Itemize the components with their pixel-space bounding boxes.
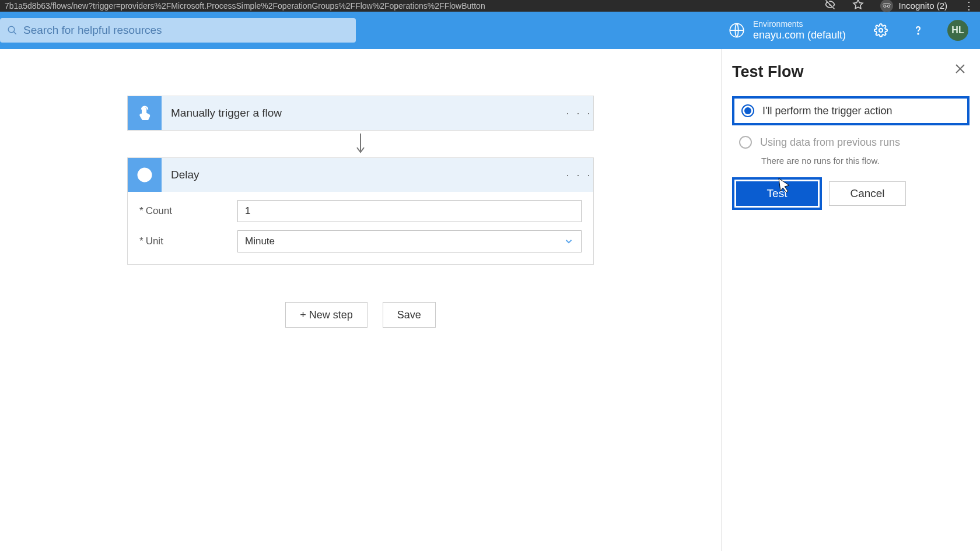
user-avatar[interactable]: HL bbox=[947, 20, 968, 41]
close-icon[interactable] bbox=[953, 62, 968, 77]
delay-card[interactable]: Delay · · · *Count *Unit Minute bbox=[127, 157, 594, 265]
touch-icon bbox=[128, 96, 162, 130]
search-icon bbox=[7, 25, 18, 36]
trigger-title: Manually trigger a flow bbox=[162, 107, 565, 120]
incognito-icon bbox=[880, 0, 893, 12]
delay-more-icon[interactable]: · · · bbox=[565, 169, 593, 181]
panel-title: Test Flow bbox=[732, 63, 970, 81]
save-button[interactable]: Save bbox=[383, 302, 436, 328]
flow-canvas: Manually trigger a flow · · · Delay · · … bbox=[0, 49, 721, 551]
browser-address-bar: 7b1a5d8b63/flows/new?trigger=providers%2… bbox=[0, 0, 980, 12]
unit-value: Minute bbox=[245, 236, 275, 247]
environment-picker[interactable]: Environments enayu.com (default) bbox=[729, 19, 846, 41]
delay-title: Delay bbox=[162, 169, 565, 181]
svg-point-3 bbox=[918, 33, 919, 34]
help-icon[interactable] bbox=[910, 22, 926, 38]
env-value: enayu.com (default) bbox=[753, 29, 846, 42]
radio-off-icon bbox=[739, 136, 752, 149]
unit-select[interactable]: Minute bbox=[237, 230, 582, 252]
new-step-button[interactable]: + New step bbox=[285, 302, 368, 328]
globe-icon bbox=[729, 22, 745, 38]
connector-arrow-icon bbox=[127, 131, 594, 157]
unit-label: *Unit bbox=[139, 236, 237, 247]
settings-icon[interactable] bbox=[873, 22, 889, 38]
radio-manual-label: I'll perform the trigger action bbox=[762, 105, 892, 117]
app-header: Environments enayu.com (default) HL bbox=[0, 12, 980, 49]
env-label: Environments bbox=[753, 19, 846, 29]
chevron-down-icon bbox=[564, 236, 574, 247]
clock-icon bbox=[128, 158, 162, 192]
trigger-card[interactable]: Manually trigger a flow · · · bbox=[127, 96, 594, 131]
radio-previous-label: Using data from previous runs bbox=[760, 136, 900, 149]
star-icon[interactable] bbox=[852, 0, 864, 13]
count-label: *Count bbox=[139, 205, 237, 217]
incognito-label: Incognito (2) bbox=[899, 0, 947, 12]
radio-manual-trigger[interactable]: I'll perform the trigger action bbox=[732, 96, 970, 125]
search-input[interactable] bbox=[23, 24, 349, 37]
search-box[interactable] bbox=[0, 18, 356, 43]
radio-previous-runs: Using data from previous runs bbox=[732, 130, 970, 155]
count-input[interactable] bbox=[237, 200, 582, 222]
test-flow-panel: Test Flow I'll perform the trigger actio… bbox=[721, 49, 980, 551]
incognito-badge[interactable]: Incognito (2) bbox=[880, 0, 947, 12]
trigger-more-icon[interactable]: · · · bbox=[565, 107, 593, 120]
svg-point-0 bbox=[8, 26, 15, 33]
url-fragment: 7b1a5d8b63/flows/new?trigger=providers%2… bbox=[5, 0, 485, 12]
browser-menu-icon[interactable]: ⋮ bbox=[964, 0, 975, 12]
no-runs-note: There are no runs for this flow. bbox=[761, 156, 970, 166]
svg-point-2 bbox=[879, 29, 883, 32]
test-button[interactable]: Test bbox=[736, 181, 818, 206]
eye-off-icon[interactable] bbox=[824, 0, 836, 13]
radio-on-icon bbox=[741, 104, 754, 117]
cancel-button[interactable]: Cancel bbox=[829, 181, 906, 206]
